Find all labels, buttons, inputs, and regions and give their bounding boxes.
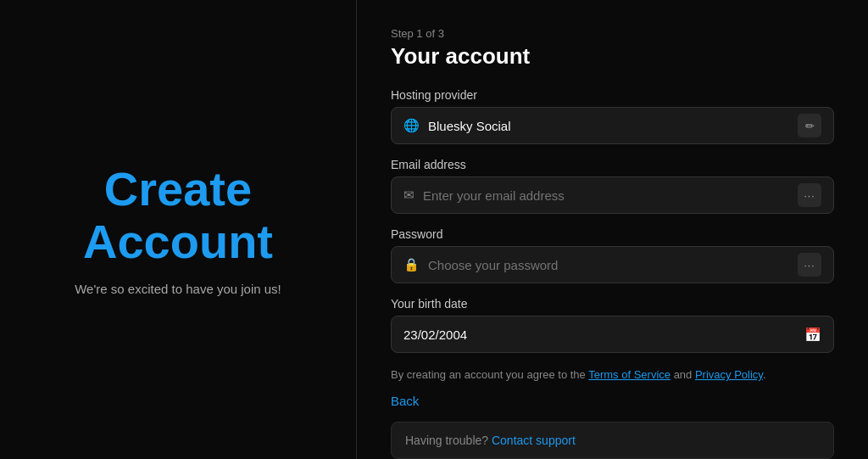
left-panel: Create Account We're so excited to have … (0, 0, 356, 459)
hosting-provider-group: Hosting provider 🌐 Bluesky Social (391, 88, 834, 144)
email-label: Email address (391, 158, 834, 171)
password-field-row[interactable]: 🔒 (391, 246, 834, 283)
privacy-policy-link[interactable]: Privacy Policy (695, 368, 763, 381)
step-label: Step 1 of 3 (391, 27, 834, 40)
birthdate-field-row[interactable]: 23/02/2004 📅 (391, 316, 834, 353)
hosting-provider-value: Bluesky Social (428, 119, 798, 133)
hosting-provider-label: Hosting provider (391, 88, 834, 102)
contact-support-link[interactable]: Contact support (492, 434, 576, 447)
hero-title: Create Account (83, 163, 273, 267)
back-button[interactable]: Back (391, 394, 834, 408)
email-group: Email address ✉ (391, 158, 834, 214)
pencil-icon (805, 119, 815, 132)
page-title: Your account (391, 43, 834, 70)
birthdate-group: Your birth date 23/02/2004 📅 (391, 297, 834, 353)
birthdate-label: Your birth date (391, 297, 834, 311)
password-group: Password 🔒 (391, 227, 834, 283)
calendar-icon: 📅 (804, 327, 821, 343)
email-input[interactable] (423, 188, 798, 203)
password-label: Password (391, 227, 834, 241)
email-action-button[interactable] (798, 183, 821, 207)
birthdate-value: 23/02/2004 (403, 327, 804, 342)
hosting-provider-edit-button[interactable] (798, 114, 821, 137)
email-icon: ✉ (403, 188, 415, 203)
hero-subtitle: We're so excited to have you join us! (75, 282, 281, 296)
email-field-row[interactable]: ✉ (391, 176, 834, 214)
trouble-bar: Having trouble? Contact support (391, 422, 834, 459)
terms-text: By creating an account you agree to the … (391, 367, 834, 383)
hosting-provider-field: 🌐 Bluesky Social (391, 107, 834, 144)
dots-icon (804, 188, 815, 202)
password-input[interactable] (428, 258, 798, 272)
trouble-text: Having trouble? (405, 434, 488, 447)
password-action-button[interactable] (798, 253, 821, 277)
globe-icon: 🌐 (403, 118, 420, 133)
right-panel: Step 1 of 3 Your account Hosting provide… (357, 0, 868, 459)
terms-of-service-link[interactable]: Terms of Service (588, 368, 670, 381)
lock-icon: 🔒 (403, 257, 420, 272)
dots-icon-pw (804, 258, 815, 271)
